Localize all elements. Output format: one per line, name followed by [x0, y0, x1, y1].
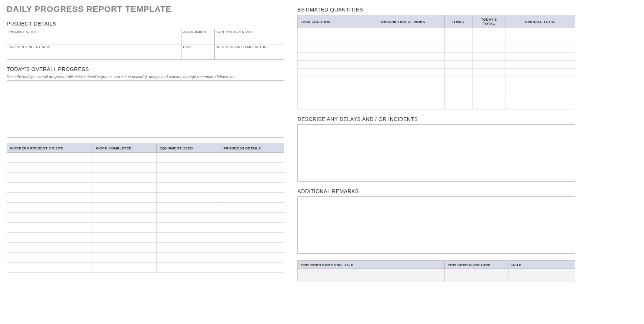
workers-cell[interactable] [7, 253, 93, 263]
workers-cell[interactable] [93, 263, 156, 273]
workers-cell[interactable] [220, 183, 284, 193]
qty-cell[interactable] [472, 69, 505, 77]
qty-cell[interactable] [298, 61, 378, 69]
qty-cell[interactable] [472, 36, 505, 44]
qty-cell[interactable] [472, 53, 505, 61]
qty-cell[interactable] [378, 61, 445, 69]
field-preparer-signature[interactable] [444, 269, 508, 282]
workers-cell[interactable] [93, 173, 156, 183]
workers-cell[interactable] [157, 183, 220, 193]
field-overall-progress[interactable] [7, 80, 284, 138]
workers-cell[interactable] [157, 193, 220, 203]
qty-cell[interactable] [378, 44, 445, 53]
qty-cell[interactable] [378, 53, 445, 61]
workers-cell[interactable] [220, 243, 284, 253]
workers-cell[interactable] [7, 223, 93, 233]
qty-cell[interactable] [505, 36, 575, 44]
workers-cell[interactable] [7, 263, 93, 273]
qty-cell[interactable] [298, 85, 378, 93]
field-job-number[interactable] [181, 34, 214, 44]
qty-cell[interactable] [505, 85, 575, 93]
qty-cell[interactable] [444, 85, 472, 93]
field-date[interactable] [181, 49, 214, 59]
workers-cell[interactable] [220, 213, 284, 223]
workers-cell[interactable] [220, 163, 284, 173]
qty-cell[interactable] [472, 85, 505, 93]
qty-cell[interactable] [472, 61, 505, 69]
workers-cell[interactable] [157, 163, 220, 173]
qty-cell[interactable] [298, 28, 378, 36]
qty-cell[interactable] [298, 36, 378, 44]
qty-cell[interactable] [472, 101, 505, 109]
qty-cell[interactable] [378, 77, 445, 85]
qty-cell[interactable] [505, 28, 575, 36]
qty-cell[interactable] [444, 61, 472, 69]
field-project-name[interactable] [7, 34, 181, 44]
workers-cell[interactable] [157, 263, 220, 273]
qty-cell[interactable] [444, 44, 472, 53]
field-preparer-date[interactable] [508, 269, 575, 282]
qty-cell[interactable] [298, 53, 378, 61]
workers-cell[interactable] [7, 233, 93, 243]
qty-cell[interactable] [472, 28, 505, 36]
field-delays[interactable] [297, 124, 575, 182]
field-contractor-name[interactable] [215, 34, 284, 44]
workers-cell[interactable] [93, 243, 156, 253]
qty-cell[interactable] [298, 101, 378, 109]
workers-cell[interactable] [157, 233, 220, 243]
qty-cell[interactable] [378, 28, 445, 36]
workers-cell[interactable] [220, 223, 284, 233]
qty-cell[interactable] [444, 77, 472, 85]
workers-cell[interactable] [220, 173, 284, 183]
workers-cell[interactable] [220, 233, 284, 243]
field-remarks[interactable] [297, 196, 575, 254]
workers-cell[interactable] [157, 243, 220, 253]
workers-cell[interactable] [93, 203, 156, 213]
workers-cell[interactable] [93, 223, 156, 233]
workers-cell[interactable] [220, 193, 284, 203]
qty-cell[interactable] [505, 53, 575, 61]
workers-cell[interactable] [93, 153, 156, 163]
qty-cell[interactable] [378, 69, 445, 77]
workers-cell[interactable] [220, 153, 284, 163]
qty-cell[interactable] [505, 77, 575, 85]
workers-cell[interactable] [7, 173, 93, 183]
qty-cell[interactable] [472, 77, 505, 85]
workers-cell[interactable] [157, 153, 220, 163]
qty-cell[interactable] [298, 69, 378, 77]
workers-cell[interactable] [157, 213, 220, 223]
qty-cell[interactable] [444, 36, 472, 44]
qty-cell[interactable] [444, 69, 472, 77]
workers-cell[interactable] [157, 203, 220, 213]
workers-cell[interactable] [7, 163, 93, 173]
field-superintendent[interactable] [7, 49, 181, 59]
qty-cell[interactable] [378, 36, 445, 44]
workers-cell[interactable] [157, 173, 220, 183]
qty-cell[interactable] [444, 28, 472, 36]
field-weather[interactable] [215, 49, 284, 59]
qty-cell[interactable] [298, 44, 378, 53]
qty-cell[interactable] [444, 93, 472, 101]
workers-cell[interactable] [93, 163, 156, 173]
qty-cell[interactable] [505, 44, 575, 53]
workers-cell[interactable] [7, 203, 93, 213]
workers-cell[interactable] [220, 263, 284, 273]
qty-cell[interactable] [505, 93, 575, 101]
workers-cell[interactable] [93, 183, 156, 193]
workers-cell[interactable] [7, 183, 93, 193]
workers-cell[interactable] [93, 233, 156, 243]
workers-cell[interactable] [93, 193, 156, 203]
qty-cell[interactable] [505, 101, 575, 109]
workers-cell[interactable] [7, 153, 93, 163]
workers-cell[interactable] [220, 203, 284, 213]
qty-cell[interactable] [298, 77, 378, 85]
field-preparer-name[interactable] [298, 269, 445, 282]
workers-cell[interactable] [93, 253, 156, 263]
workers-cell[interactable] [157, 253, 220, 263]
qty-cell[interactable] [378, 93, 445, 101]
workers-cell[interactable] [157, 223, 220, 233]
workers-cell[interactable] [7, 243, 93, 253]
workers-cell[interactable] [93, 213, 156, 223]
qty-cell[interactable] [505, 69, 575, 77]
qty-cell[interactable] [444, 53, 472, 61]
